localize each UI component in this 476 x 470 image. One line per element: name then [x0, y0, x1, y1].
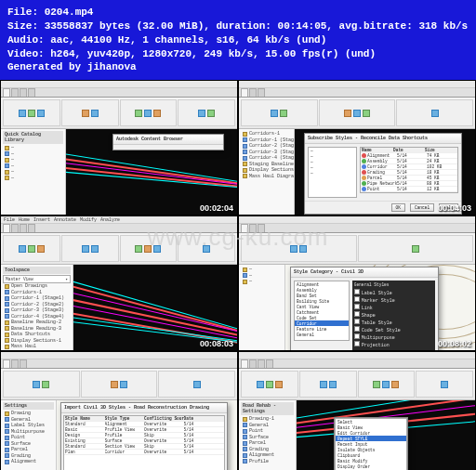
checkbox[interactable] [354, 304, 360, 309]
ribbon [239, 98, 475, 129]
context-menu-items: Select Basic View Edit Corridor Repeat S… [335, 418, 407, 470]
checkbox[interactable] [354, 289, 360, 294]
thumbnail-grid: Quick Catalog Library — — — — — — Autode… [0, 80, 476, 470]
media-info-header: File: 0204.mp4 Size: 33558837 bytes (32.… [0, 0, 476, 80]
ribbon-tabs [239, 88, 475, 98]
tool-icon[interactable] [144, 110, 152, 117]
timestamp: 00:04:03 [438, 203, 471, 213]
toolspace-panel: Toolspace Master View Open Drawings Corr… [1, 265, 73, 351]
checkbox[interactable] [354, 333, 360, 339]
tab[interactable] [28, 88, 35, 97]
checkbox[interactable] [354, 326, 360, 332]
tool-icon[interactable] [19, 110, 26, 117]
tool-icon[interactable] [135, 110, 142, 117]
ribbon-tabs [1, 88, 237, 98]
tab[interactable] [20, 88, 27, 97]
styles-grid[interactable]: Style NameStyle TypeConflicting SourceDa… [63, 415, 225, 470]
tool-icon[interactable] [91, 110, 99, 117]
timestamp: 00:02:04 [200, 203, 233, 213]
ribbon [1, 98, 237, 129]
ribbon [239, 369, 475, 400]
category-list[interactable]: Alignment Assembly Band Set Building Sit… [294, 281, 350, 341]
dialog-title: Import Civil 3D Styles - Road Reconstruc… [61, 403, 227, 413]
toolspace-panel: Corridors-1 Corridor-1 (Stage1) Corridor… [239, 129, 295, 215]
tool-icon[interactable] [28, 110, 35, 117]
model-viewport[interactable]: Import Civil 3D Styles - Road Reconstruc… [57, 400, 237, 470]
menubar: FileHomeInsertAnnotateModifyAnalyze [1, 216, 237, 224]
tool-icon[interactable] [37, 110, 45, 117]
tool-icon[interactable] [153, 110, 161, 117]
file-list[interactable]: NameDateSize Alignment5/1474 KB Assembly… [360, 147, 458, 193]
dialog-title: Style Category - Civil 3D [291, 268, 438, 278]
tab[interactable] [3, 88, 10, 97]
thumbnail-6: Road Rehab - Settings Drawing-1 General … [238, 351, 476, 470]
ribbon [1, 369, 237, 400]
menubar [239, 81, 475, 88]
checkbox[interactable] [354, 341, 360, 346]
thumbnail-1: Quick Catalog Library — — — — — — Autode… [0, 80, 238, 215]
thumbnail-2: Corridors-1 Corridor-1 (Stage1) Corridor… [238, 80, 476, 215]
timestamp: 00:08:02 [438, 339, 471, 348]
dialog-title: Subscribe Styles - Reconcile Data Shortc… [305, 134, 461, 144]
tree-item[interactable]: — [3, 176, 63, 182]
toolspace-panel: Quick Catalog Library — — — — — — [1, 129, 66, 215]
ok-button[interactable]: OK [391, 203, 405, 212]
toolspace-panel: — — — [239, 265, 285, 351]
menubar [1, 81, 237, 88]
thumbnail-4: — — — Style Category - Civil 3D Alignmen… [238, 215, 476, 351]
checkbox[interactable] [354, 311, 360, 317]
settings-panel: Settings Drawing General Label Styles Mu… [1, 400, 57, 470]
context-menu: Select Basic View Edit Corridor Repeat S… [334, 417, 408, 470]
tool-icon[interactable] [198, 110, 205, 117]
import-styles-dialog: Import Civil 3D Styles - Road Reconstruc… [60, 402, 228, 470]
tree-item[interactable]: Mass Haul Diagram [241, 174, 292, 180]
thumbnail-3: FileHomeInsertAnnotateModifyAnalyze Tool… [0, 215, 238, 351]
content-browser-dialog: Autodesk Content Browser [112, 134, 224, 150]
ribbon [1, 233, 237, 265]
checkbox[interactable] [354, 296, 360, 302]
thumbnail-5: Settings Drawing General Label Styles Mu… [0, 351, 238, 470]
style-category-dialog: Style Category - Civil 3D Alignment Asse… [290, 267, 439, 351]
panel-header: Quick Catalog Library [3, 131, 63, 144]
settings-panel: Road Rehab - Settings Drawing-1 General … [239, 400, 297, 470]
checkbox[interactable] [354, 319, 360, 324]
timestamp: 00:08:03 [200, 339, 233, 348]
tool-icon[interactable] [82, 110, 89, 117]
ribbon [239, 233, 475, 265]
folder-tree[interactable]: ————— [308, 147, 357, 198]
view-dropdown[interactable]: Master View [3, 275, 71, 283]
tab[interactable] [11, 88, 19, 97]
tool-icon[interactable] [207, 110, 215, 117]
file-browser-dialog: Subscribe Styles - Reconcile Data Shortc… [304, 133, 462, 215]
cancel-button[interactable]: Cancel [410, 203, 434, 212]
dialog-title: Autodesk Content Browser [113, 135, 223, 145]
model-viewport[interactable]: Select Basic View Edit Corridor Repeat S… [297, 400, 475, 470]
